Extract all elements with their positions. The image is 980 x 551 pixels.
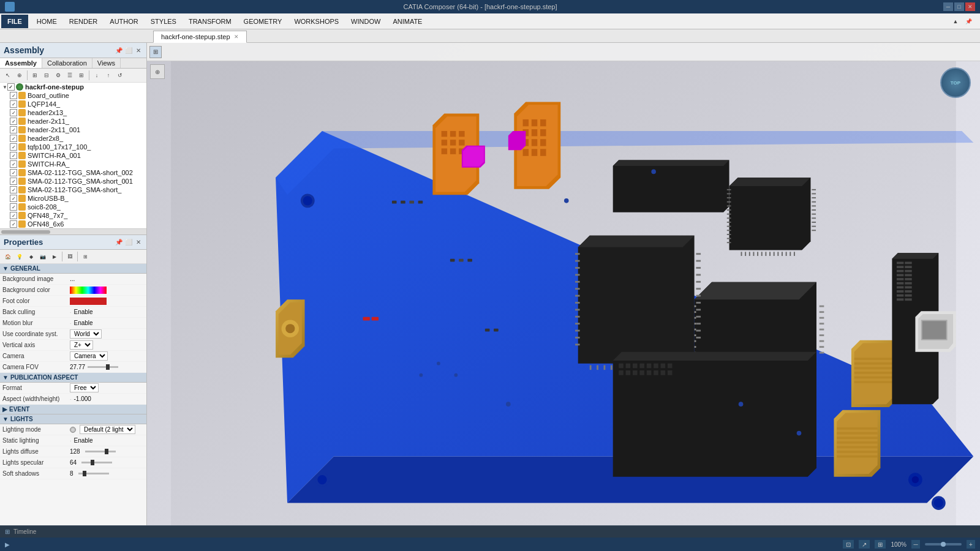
prop-tb-camera[interactable]: 📷 [37, 251, 48, 262]
menu-render[interactable]: RENDER [63, 15, 104, 28]
assembly-panel-close[interactable]: ✕ [134, 46, 143, 54]
item-check[interactable]: ✓ [10, 212, 17, 219]
props-panel-close[interactable]: ✕ [134, 238, 143, 247]
prop-tb-material[interactable]: ◆ [26, 251, 37, 262]
tb-list[interactable]: ☰ [64, 70, 75, 81]
item-check[interactable]: ✓ [10, 92, 17, 99]
tree-item[interactable]: ✓ SMA-02-112-TGG_SMA-short_002 [0, 168, 146, 177]
tree-item[interactable]: ✓ header2x13_ [0, 108, 146, 117]
tree-item[interactable]: ✓ tqfp100_17x17_100_ [0, 143, 146, 151]
lights-specular-thumb[interactable] [91, 460, 94, 465]
tb-select[interactable]: ⊕ [14, 70, 25, 81]
prop-bg-color-value[interactable] [70, 287, 144, 294]
tb-export[interactable]: ↑ [103, 70, 114, 81]
root-check[interactable]: ✓ [7, 83, 15, 91]
menu-styles[interactable]: STYLES [145, 15, 183, 28]
item-check[interactable]: ✓ [10, 135, 17, 142]
tb-collapse[interactable]: ⊟ [41, 70, 52, 81]
vertical-axis-dropdown[interactable]: Z+ [70, 340, 93, 350]
tab-views[interactable]: Views [92, 58, 121, 68]
item-check[interactable]: ✓ [10, 195, 17, 202]
coord-sys-dropdown[interactable]: World [70, 329, 102, 339]
foot-color-swatch[interactable] [70, 298, 107, 305]
nav-cube[interactable]: TOP [940, 67, 971, 98]
restore-button[interactable]: □ [954, 2, 964, 11]
zoom-slider-track[interactable] [925, 543, 962, 545]
section-lights[interactable]: ▼ LIGHTS [0, 414, 146, 424]
camera-fov-slider[interactable] [88, 366, 118, 368]
file-tab-close[interactable]: ✕ [234, 34, 239, 40]
menu-collapse-btn[interactable]: ▲ [950, 16, 961, 27]
item-check[interactable]: ✓ [10, 220, 17, 228]
tb-refresh[interactable]: ↺ [115, 70, 126, 81]
zoom-fit-btn[interactable]: ⊡ [843, 540, 854, 549]
tree-item[interactable]: ✓ QFN48_7x7_ [0, 211, 146, 220]
zoom-slider-thumb[interactable] [941, 542, 946, 547]
prop-bg-image-value[interactable]: ... [70, 276, 144, 282]
zoom-in-btn[interactable]: + [967, 540, 975, 549]
tb-grid[interactable]: ⊞ [76, 70, 87, 81]
tree-area[interactable]: ▼ ✓ hackrf-one-stepup ✓ Board_outline ✓ [0, 83, 146, 228]
view-tb-btn1[interactable]: ⊞ [149, 46, 162, 58]
section-publication[interactable]: ▼ PUBLICATION ASPECT [0, 373, 146, 383]
menu-pin-btn[interactable]: 📌 [963, 16, 974, 27]
prop-tb-scene[interactable]: 🏠 [2, 251, 13, 262]
menu-animate[interactable]: ANIMATE [386, 15, 428, 28]
props-panel-pin[interactable]: 📌 [115, 238, 123, 247]
tree-item[interactable]: ✓ OFN48_6x6 [0, 220, 146, 228]
item-check[interactable]: ✓ [10, 100, 17, 108]
camera-fov-thumb[interactable] [106, 364, 110, 370]
zoom-select-btn[interactable]: ↗ [859, 540, 870, 549]
prop-coord-sys-value[interactable]: World [70, 329, 144, 339]
item-check[interactable]: ✓ [10, 203, 17, 211]
minimize-button[interactable]: ─ [943, 2, 953, 11]
tree-root[interactable]: ▼ ✓ hackrf-one-stepup [0, 83, 146, 91]
close-button[interactable]: ✕ [965, 2, 975, 11]
item-check[interactable]: ✓ [10, 169, 17, 176]
prop-lighting-mode-value[interactable]: Default (2 light [70, 425, 144, 434]
section-general[interactable]: ▼ GENERAL [0, 264, 146, 274]
item-check[interactable]: ✓ [10, 118, 17, 125]
prop-tb-grid[interactable]: ⊞ [80, 251, 91, 262]
props-panel-float[interactable]: ⬜ [124, 238, 133, 247]
tab-collaboration[interactable]: Collaboration [42, 58, 92, 68]
tb-expand[interactable]: ⊞ [29, 70, 40, 81]
tree-item[interactable]: ✓ header-2x11_001 [0, 126, 146, 134]
lights-diffuse-thumb[interactable] [105, 449, 108, 454]
zoom-grid-btn[interactable]: ⊞ [875, 540, 886, 549]
prop-format-value[interactable]: Free [70, 383, 144, 392]
item-check[interactable]: ✓ [10, 186, 17, 193]
bg-color-swatch[interactable] [70, 287, 107, 294]
menu-author[interactable]: AUTHOR [104, 15, 144, 28]
menu-transform[interactable]: TRANSFORM [183, 15, 238, 28]
item-check[interactable]: ✓ [10, 109, 17, 116]
tb-filter[interactable]: ⚙ [53, 70, 64, 81]
tree-item[interactable]: ✓ SWITCH-RA_001 [0, 151, 146, 160]
menu-file[interactable]: FILE [1, 15, 28, 28]
item-check[interactable]: ✓ [10, 160, 17, 168]
item-check[interactable]: ✓ [10, 178, 17, 185]
lighting-mode-dropdown[interactable]: Default (2 light [80, 425, 135, 434]
menu-home[interactable]: HOME [31, 15, 63, 28]
prop-tb-anim[interactable]: ▶ [49, 251, 60, 262]
file-tab[interactable]: hackrf-one-stepup.step ✕ [153, 31, 247, 43]
tb-import[interactable]: ↓ [91, 70, 102, 81]
section-event[interactable]: ▶ EVENT [0, 405, 146, 414]
menu-geometry[interactable]: GEOMETRY [238, 15, 288, 28]
tab-assembly[interactable]: Assembly [0, 58, 42, 68]
prop-vertical-axis-value[interactable]: Z+ [70, 340, 144, 350]
prop-tb-image[interactable]: 🖼 [64, 251, 75, 262]
tree-item[interactable]: ✓ LQFP144_ [0, 100, 146, 108]
soft-shadows-thumb[interactable] [83, 471, 86, 476]
tree-item[interactable]: ✓ SMA-02-112-TGG_SMA-short_001 [0, 177, 146, 186]
zoom-out-btn[interactable]: ─ [911, 540, 920, 549]
item-check[interactable]: ✓ [10, 126, 17, 133]
prop-tb-light[interactable]: 💡 [14, 251, 25, 262]
prop-foot-color-value[interactable] [70, 298, 144, 305]
tree-item[interactable]: ✓ SWITCH-RA_ [0, 160, 146, 168]
assembly-panel-float[interactable]: ⬜ [124, 46, 133, 54]
item-check[interactable]: ✓ [10, 143, 17, 151]
tree-item[interactable]: ✓ header2x8_ [0, 134, 146, 143]
tree-item[interactable]: ✓ SMA-02-112-TGG_SMA-short_ [0, 186, 146, 194]
item-check[interactable]: ✓ [10, 152, 17, 159]
